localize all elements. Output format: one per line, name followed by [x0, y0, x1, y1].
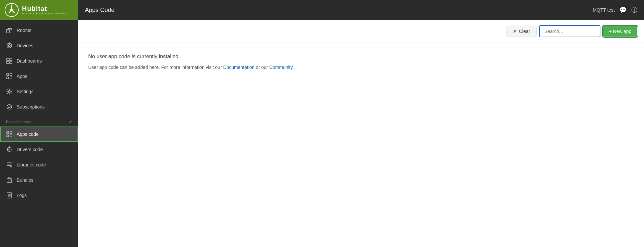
svg-point-16: [7, 105, 12, 109]
sidebar-item-libraries-code-label: Libraries code: [17, 162, 46, 167]
sidebar-item-settings[interactable]: Settings: [0, 84, 78, 99]
sidebar-item-logs-label: Logs: [17, 193, 27, 198]
no-content-title: No user app code is currently installed.: [88, 54, 634, 60]
sidebar-item-bundles-label: Bundles: [17, 177, 34, 183]
svg-point-15: [8, 91, 10, 93]
sidebar-item-devices-label: Devices: [17, 43, 33, 48]
sidebar-item-apps-code[interactable]: Apps code: [0, 126, 78, 142]
svg-rect-10: [10, 61, 12, 64]
mqtt-label: MQTT test: [593, 7, 615, 13]
content-toolbar: ✕ Clear + New app: [78, 20, 644, 43]
svg-rect-7: [7, 58, 9, 61]
svg-rect-20: [10, 135, 12, 137]
svg-point-5: [8, 45, 10, 47]
svg-rect-19: [7, 135, 9, 137]
content-area: ✕ Clear + New app No user app code is cu…: [78, 20, 644, 247]
expand-collapse-icon[interactable]: ⤢: [68, 119, 72, 124]
page-title: Apps Code: [85, 7, 114, 14]
sidebar-item-logs[interactable]: Logs: [0, 188, 78, 203]
svg-rect-14: [10, 77, 12, 79]
top-bar-right: MQTT test 💬 ⓘ: [593, 6, 637, 14]
svg-rect-8: [10, 58, 12, 61]
desc-middle: or our: [255, 65, 269, 70]
logs-icon: [6, 192, 13, 199]
sidebar-item-libraries-code[interactable]: Libraries code: [0, 157, 78, 172]
logo-text: Hubitat ELEVATE YOUR ENVIRONMENT: [22, 5, 66, 15]
libraries-code-icon: [6, 161, 13, 168]
svg-rect-9: [7, 61, 9, 64]
svg-rect-12: [10, 74, 12, 76]
svg-rect-17: [7, 131, 9, 133]
desc-prefix: User app code can be added here. For mor…: [88, 65, 223, 70]
clear-button[interactable]: ✕ Clear: [507, 26, 536, 37]
svg-rect-11: [7, 74, 9, 76]
sidebar-item-rooms[interactable]: Rooms: [0, 23, 78, 38]
sidebar-item-subscriptions-label: Subscriptions: [17, 104, 45, 110]
top-bar: Apps Code MQTT test 💬 ⓘ: [78, 0, 644, 20]
search-wrapper: [539, 25, 600, 37]
search-input[interactable]: [540, 26, 600, 37]
svg-point-22: [9, 149, 10, 150]
sidebar-nav: Rooms Devices D: [0, 20, 78, 247]
hubitat-logo-icon: [5, 3, 19, 17]
content-body: No user app code is currently installed.…: [78, 43, 644, 82]
bundles-icon: [6, 177, 13, 183]
brand-tagline: ELEVATE YOUR ENVIRONMENT: [22, 12, 66, 15]
sidebar-item-dashboards[interactable]: Dashboards: [0, 53, 78, 69]
drivers-code-icon: [6, 146, 13, 153]
sidebar-item-settings-label: Settings: [17, 89, 34, 94]
svg-rect-28: [7, 179, 12, 182]
documentation-link[interactable]: Documentation: [223, 65, 254, 70]
clear-label: Clear: [519, 29, 530, 34]
chat-icon[interactable]: 💬: [619, 6, 627, 14]
svg-rect-2: [7, 30, 9, 33]
sidebar-item-rooms-label: Rooms: [17, 28, 31, 33]
sidebar-item-subscriptions[interactable]: Subscriptions: [0, 99, 78, 115]
svg-point-1: [10, 9, 13, 11]
main-area: Apps Code MQTT test 💬 ⓘ ✕ Clear + New ap…: [78, 0, 644, 247]
clear-x-icon: ✕: [513, 29, 517, 34]
svg-point-21: [7, 147, 11, 151]
sidebar-item-drivers-code[interactable]: Drivers code: [0, 142, 78, 157]
brand-name: Hubitat: [22, 5, 66, 12]
developer-tools-section: Developer tools ⤢: [0, 115, 78, 126]
no-content-description: User app code can be added here. For mor…: [88, 64, 634, 71]
settings-icon: [6, 88, 13, 95]
community-link[interactable]: Community: [269, 65, 293, 70]
sidebar-item-dashboards-label: Dashboards: [17, 58, 42, 64]
rooms-icon: [6, 27, 13, 34]
svg-rect-18: [10, 131, 12, 133]
logo[interactable]: Hubitat ELEVATE YOUR ENVIRONMENT: [0, 0, 78, 20]
apps-code-icon: [6, 131, 13, 137]
desc-suffix: .: [293, 65, 294, 70]
developer-tools-label: Developer tools: [6, 120, 31, 124]
new-app-button[interactable]: + New app: [603, 26, 637, 37]
sidebar-item-bundles[interactable]: Bundles: [0, 172, 78, 188]
sidebar-item-apps[interactable]: Apps: [0, 69, 78, 84]
sidebar-item-apps-label: Apps: [17, 74, 27, 79]
new-app-label: + New app: [609, 29, 631, 34]
subscriptions-icon: [6, 104, 13, 110]
svg-point-4: [7, 43, 12, 48]
help-icon[interactable]: ⓘ: [631, 6, 637, 14]
sidebar-item-devices[interactable]: Devices: [0, 38, 78, 53]
devices-icon: [6, 42, 13, 49]
sidebar-item-drivers-code-label: Drivers code: [17, 147, 43, 152]
svg-rect-13: [7, 77, 9, 79]
sidebar-item-apps-code-label: Apps code: [17, 131, 39, 137]
sidebar: Hubitat ELEVATE YOUR ENVIRONMENT Rooms: [0, 0, 78, 247]
apps-icon: [6, 73, 13, 80]
dashboards-icon: [6, 58, 13, 64]
